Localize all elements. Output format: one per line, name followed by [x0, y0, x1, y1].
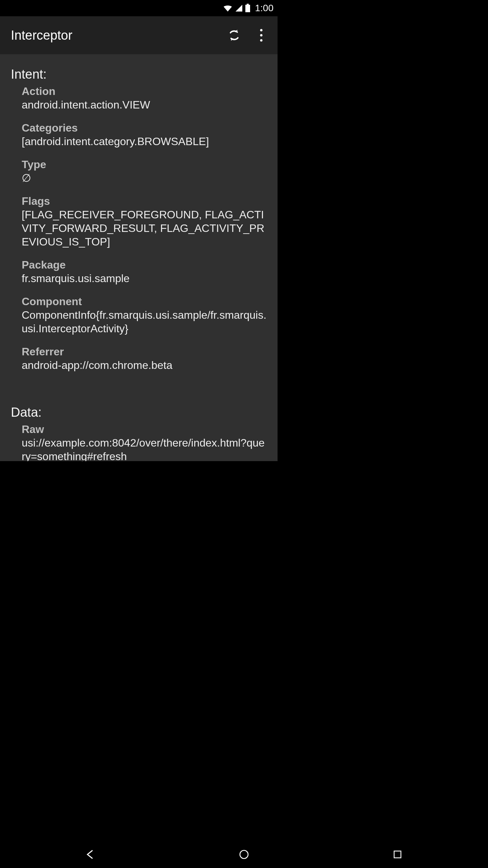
section-intent-title: Intent:	[11, 67, 267, 82]
component-label: Component	[22, 295, 267, 308]
battery-icon	[245, 4, 250, 13]
section-data-title: Data:	[11, 405, 267, 420]
more-icon[interactable]	[253, 27, 269, 43]
action-value: android.intent.action.VIEW	[22, 98, 267, 112]
raw-value: usi://example.com:8042/over/there/index.…	[22, 436, 267, 461]
flags-label: Flags	[22, 194, 267, 208]
statusbar: 1:00	[0, 0, 278, 16]
app-title: Interceptor	[11, 28, 73, 43]
data-block: Raw usi://example.com:8042/over/there/in…	[11, 422, 267, 461]
content-scroll[interactable]: Intent: Action android.intent.action.VIE…	[0, 54, 278, 461]
cell-signal-icon	[235, 4, 243, 12]
referrer-value: android-app://com.chrome.beta	[22, 358, 267, 372]
intent-block: Action android.intent.action.VIEW Catego…	[11, 84, 267, 372]
categories-value: [android.intent.category.BROWSABLE]	[22, 135, 267, 148]
svg-point-2	[260, 29, 263, 32]
component-value: ComponentInfo{fr.smarquis.usi.sample/fr.…	[22, 308, 267, 335]
appbar: Interceptor	[0, 16, 278, 54]
svg-point-3	[260, 34, 263, 37]
package-value: fr.smarquis.usi.sample	[22, 272, 267, 285]
type-value: ∅	[22, 171, 267, 185]
appbar-actions	[226, 27, 272, 43]
type-label: Type	[22, 158, 267, 171]
referrer-label: Referrer	[22, 345, 267, 358]
action-label: Action	[22, 84, 267, 98]
categories-label: Categories	[22, 121, 267, 135]
svg-point-4	[260, 39, 263, 42]
refresh-icon[interactable]	[226, 27, 242, 43]
flags-value: [FLAG_RECEIVER_FOREGROUND, FLAG_ACTIVITY…	[22, 208, 267, 249]
package-label: Package	[22, 258, 267, 272]
svg-rect-0	[247, 4, 249, 5]
svg-rect-1	[245, 5, 250, 12]
status-clock: 1:00	[255, 3, 274, 14]
wifi-icon	[223, 4, 233, 12]
raw-label: Raw	[22, 422, 267, 436]
